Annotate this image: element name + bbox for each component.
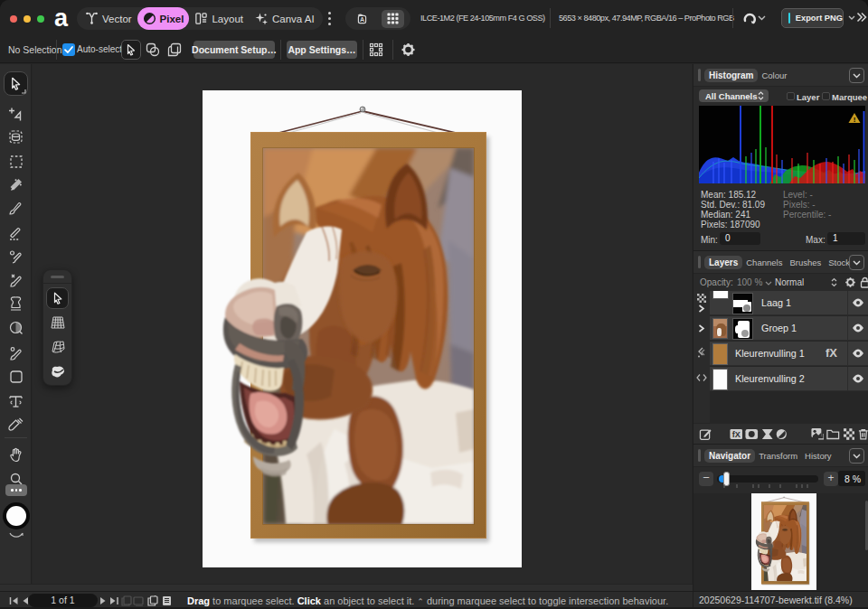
svg-text:fX: fX	[731, 429, 740, 438]
svg-text:fX: fX	[826, 347, 837, 359]
svg-text:A: A	[359, 16, 363, 23]
svg-text:!: !	[854, 116, 856, 124]
